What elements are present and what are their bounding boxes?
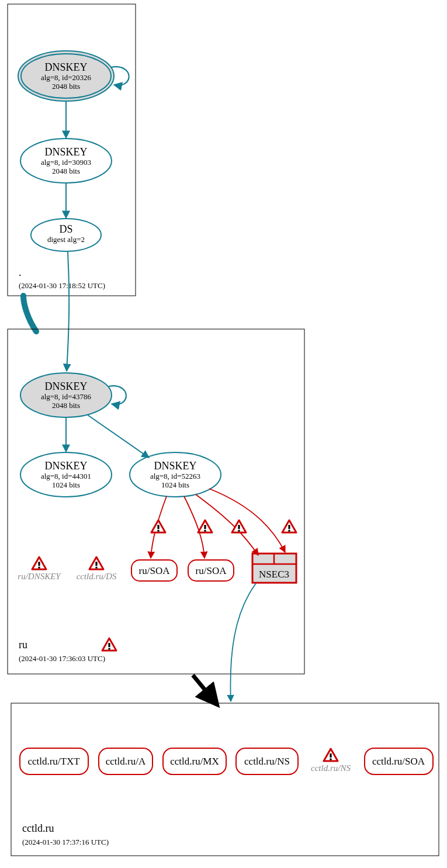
zone-cctld-timestamp: (2024-01-30 17:37:16 UTC): [22, 838, 109, 846]
node-root-ksk: DNSKEY alg=8, id=20326 2048 bits: [18, 51, 114, 101]
edge-ruKsk-zsk2: [88, 415, 149, 458]
node-ru-dnskey-error: ru/DNSKEY: [18, 557, 61, 581]
edge-nsec3-to-cctld: [230, 583, 256, 701]
svg-rect-16: [11, 703, 439, 856]
warning-icon: [89, 557, 103, 569]
cctld-soa-label: cctld.ru/SOA: [372, 756, 425, 767]
node-cctld-soa: cctld.ru/SOA: [365, 748, 433, 774]
cctld-ds-gray: cctld.ru/DS: [77, 572, 117, 581]
zone-cctld: cctld.ru/TXT cctld.ru/A cctld.ru/MX cctl…: [11, 703, 439, 856]
zone-cctld-label: cctld.ru: [22, 822, 54, 834]
node-cctld-ns-gray: cctld.ru/NS: [311, 749, 351, 773]
cctld-txt-label: cctld.ru/TXT: [27, 756, 80, 767]
node-cctld-ds-error: cctld.ru/DS: [77, 557, 117, 581]
node-cctld-ns: cctld.ru/NS: [236, 748, 298, 774]
node-nsec3: NSEC3: [252, 554, 296, 583]
cctld-mx-label: cctld.ru/MX: [170, 756, 219, 767]
root-zsk-title: DNSKEY: [44, 146, 87, 158]
cctld-a-label: cctld.ru/A: [106, 756, 146, 767]
root-ksk-title: DNSKEY: [44, 61, 87, 73]
nsec3-label: NSEC3: [259, 569, 289, 580]
root-zsk-bits: 2048 bits: [52, 167, 80, 175]
node-ru-ksk: DNSKEY alg=8, id=43786 2048 bits: [20, 373, 112, 417]
ru-zsk1-bits: 1024 bits: [52, 480, 80, 489]
ru-ksk-alg: alg=8, id=43786: [41, 392, 92, 401]
warning-icon: [32, 557, 46, 569]
ru-dnskey-gray: ru/DNSKEY: [18, 572, 61, 581]
warning-icon: [324, 749, 338, 761]
zone-root-timestamp: (2024-01-30 17:18:52 UTC): [19, 281, 105, 290]
edge-ds-to-ruKsk: [67, 252, 69, 371]
root-zsk-alg: alg=8, id=30903: [41, 158, 91, 167]
zone-ru-label: ru: [19, 639, 27, 651]
cctld-ns-label: cctld.ru/NS: [244, 756, 290, 767]
root-ds-alg: digest alg=2: [47, 235, 85, 244]
ru-soa-a-label: ru/SOA: [139, 565, 171, 576]
warning-icon: [151, 520, 165, 532]
ru-ksk-title: DNSKEY: [44, 381, 87, 392]
warning-icon: [102, 638, 116, 651]
node-cctld-txt: cctld.ru/TXT: [20, 748, 88, 774]
node-cctld-mx: cctld.ru/MX: [163, 748, 226, 774]
ru-soa-b-label: ru/SOA: [196, 565, 227, 576]
node-ru-zsk1: DNSKEY alg=8, id=44301 1024 bits: [20, 452, 112, 497]
zone-ru-timestamp: (2024-01-30 17:36:03 UTC): [19, 654, 105, 663]
delegation-root-ru: [23, 296, 36, 331]
warning-icon: [198, 520, 212, 532]
dnssec-diagram: . (2024-01-30 17:18:52 UTC) DNSKEY alg=8…: [0, 0, 447, 868]
root-ksk-bits: 2048 bits: [52, 82, 80, 91]
warning-icon: [282, 520, 296, 532]
ru-ksk-bits: 2048 bits: [52, 401, 80, 410]
zone-ru: ru (2024-01-30 17:36:03 UTC) DNSKEY alg=…: [8, 329, 304, 674]
node-ru-soa-a: ru/SOA: [131, 560, 177, 581]
node-ru-soa-b: ru/SOA: [188, 560, 234, 581]
delegation-ru-cctld: [193, 675, 212, 698]
zone-root-label: .: [19, 267, 22, 278]
ru-zsk2-alg: alg=8, id=52263: [150, 472, 200, 480]
node-cctld-a: cctld.ru/A: [99, 748, 153, 774]
node-ru-zsk2: DNSKEY alg=8, id=52263 1024 bits: [130, 452, 221, 497]
ru-zsk1-title: DNSKEY: [44, 460, 87, 472]
ru-zsk2-bits: 1024 bits: [161, 480, 189, 489]
node-root-ds: DS digest alg=2: [31, 219, 101, 251]
root-ds-title: DS: [59, 223, 72, 235]
cctld-ns-gray-label: cctld.ru/NS: [311, 763, 351, 773]
zone-root: . (2024-01-30 17:18:52 UTC) DNSKEY alg=8…: [8, 4, 136, 296]
ru-zsk1-alg: alg=8, id=44301: [41, 472, 91, 480]
ru-zsk2-title: DNSKEY: [154, 460, 196, 472]
root-ksk-alg: alg=8, id=20326: [41, 73, 92, 82]
node-root-zsk: DNSKEY alg=8, id=30903 2048 bits: [20, 139, 112, 183]
edge-zsk2-nsec3-b: [209, 489, 285, 552]
